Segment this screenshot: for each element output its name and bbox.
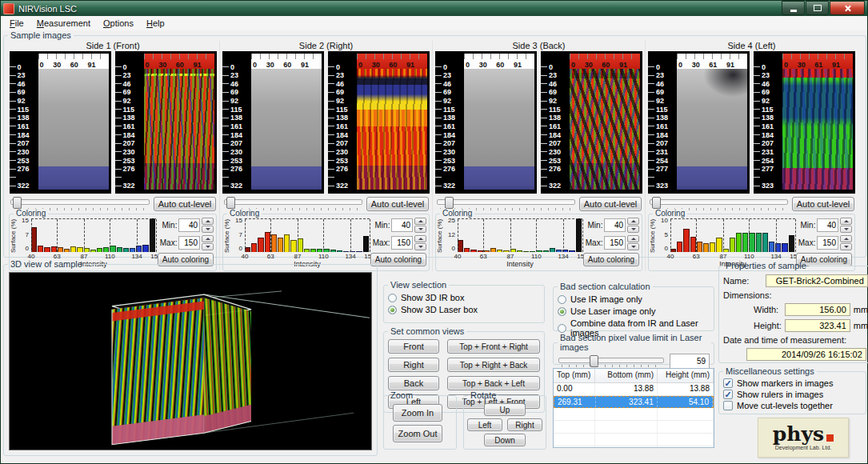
- slider-thumb[interactable]: [226, 197, 235, 209]
- ruler-label: 91: [406, 61, 414, 69]
- menu-file[interactable]: File: [3, 18, 30, 29]
- 3d-canvas[interactable]: [9, 272, 372, 450]
- max-intensity-1-down-button[interactable]: [202, 243, 214, 250]
- misc-checkbox-3[interactable]: Move cut-levels together: [723, 401, 862, 410]
- min-intensity-2-field[interactable]: 40: [391, 218, 413, 232]
- rotate-right-button[interactable]: Right: [507, 418, 542, 431]
- histogram-bar: [271, 234, 277, 252]
- menu-options[interactable]: Options: [97, 18, 140, 29]
- max-intensity-4-field[interactable]: 150: [817, 236, 838, 250]
- panel-title: Side 3 (Back): [434, 41, 643, 51]
- rotate-up-button[interactable]: Up: [484, 403, 526, 416]
- auto-cut-level-button-4[interactable]: Auto cut-level: [792, 197, 854, 211]
- rotate-down-button[interactable]: Down: [484, 434, 526, 446]
- slider-thumb[interactable]: [445, 197, 454, 209]
- misc-checkbox-2[interactable]: ✓Show rulers in images: [723, 390, 862, 399]
- ruler-tick: 0: [222, 63, 250, 70]
- ir-image-2[interactable]: [251, 69, 322, 190]
- max-intensity-1-field[interactable]: 150: [178, 236, 200, 250]
- table-empty-row[interactable]: [554, 446, 714, 448]
- zoom-in-button[interactable]: Zoom In: [393, 404, 442, 422]
- misc-checkbox-1[interactable]: ✓Show markers in images: [723, 378, 862, 388]
- date-field[interactable]: 2014/09/26 16:15:02: [746, 348, 866, 361]
- min-intensity-2-up-button[interactable]: [414, 218, 426, 225]
- auto-cut-level-button-2[interactable]: Auto cut-level: [366, 197, 429, 211]
- slider-thumb[interactable]: [13, 197, 22, 209]
- ir-image-3[interactable]: [464, 69, 534, 190]
- view-right-button[interactable]: Right: [388, 358, 439, 372]
- max-intensity-4-down-button[interactable]: [840, 243, 852, 250]
- ir-image-1[interactable]: [38, 69, 109, 190]
- name-field[interactable]: GET-Brick2-Combined: [766, 274, 868, 287]
- misc-settings-options: ✓Show markers in images✓Show rulers in i…: [722, 378, 863, 410]
- bad-limit-slider[interactable]: [558, 355, 665, 368]
- max-intensity-3-field[interactable]: 150: [604, 236, 626, 250]
- max-intensity-3-down-button[interactable]: [627, 243, 639, 250]
- max-intensity-1-up-button[interactable]: [202, 235, 214, 242]
- slider-thumb[interactable]: [652, 197, 661, 209]
- bad-section-table[interactable]: Top (mm)Bottom (mm)Height (mm)0.0013.881…: [553, 368, 714, 448]
- auto-cut-level-button-3[interactable]: Auto cut-level: [579, 197, 642, 211]
- max-intensity-3-up-button[interactable]: [627, 235, 639, 242]
- view-top-right-back-button[interactable]: Top + Right + Back: [447, 358, 540, 372]
- laser-image-3[interactable]: [570, 69, 640, 190]
- table-empty-row[interactable]: [554, 408, 714, 421]
- min-intensity-2-down-button[interactable]: [414, 226, 426, 233]
- table-empty-row[interactable]: [554, 421, 714, 434]
- max-intensity-2-field[interactable]: 150: [391, 236, 413, 250]
- close-button[interactable]: [830, 1, 865, 15]
- table-header-2[interactable]: Bottom (mm): [595, 369, 658, 382]
- bad-section-option-1[interactable]: Use IR image only: [558, 294, 710, 304]
- bad-limit-value[interactable]: 59: [670, 354, 710, 369]
- min-intensity-1-down-button[interactable]: [202, 226, 214, 233]
- view-selection-option-1[interactable]: Show 3D IR box: [388, 293, 540, 302]
- histogram-bar: [58, 247, 63, 252]
- min-intensity-3-up-button[interactable]: [627, 218, 639, 225]
- min-intensity-1-field[interactable]: 40: [178, 218, 200, 232]
- min-intensity-3-field[interactable]: 40: [604, 218, 626, 232]
- auto-coloring-button-2[interactable]: Auto coloring: [370, 253, 426, 266]
- menu-measurement[interactable]: Measurement: [30, 18, 97, 29]
- min-intensity-4-field[interactable]: 40: [817, 218, 838, 232]
- menu-help[interactable]: Help: [140, 18, 171, 29]
- minimize-button[interactable]: [782, 1, 805, 15]
- histogram-bar: [51, 246, 57, 252]
- maximize-button[interactable]: [806, 1, 829, 15]
- x-tick: 40: [454, 253, 462, 260]
- table-row[interactable]: 269.31323.4154.10: [554, 396, 714, 408]
- name-label: Name:: [723, 276, 749, 286]
- view-top-front-right-button[interactable]: Top + Front + Right: [447, 339, 540, 354]
- auto-coloring-button-3[interactable]: Auto coloring: [583, 253, 639, 266]
- max-intensity-2-up-button[interactable]: [414, 235, 426, 242]
- max-intensity-2-down-button[interactable]: [414, 243, 426, 250]
- zoom-out-button[interactable]: Zoom Out: [393, 425, 442, 442]
- rotate-left-button[interactable]: Left: [467, 418, 502, 431]
- height-field[interactable]: 323.41: [785, 319, 850, 332]
- table-header-3[interactable]: Height (mm): [658, 369, 714, 382]
- bad-section-option-2[interactable]: Use Laser image only: [558, 306, 710, 316]
- ruler-tick: 207: [115, 140, 143, 147]
- ruler-tick: 207: [754, 140, 782, 147]
- table-empty-row[interactable]: [554, 434, 714, 446]
- min-intensity-1-up-button[interactable]: [202, 218, 214, 225]
- view-top-back-left-button[interactable]: Top + Back + Left: [447, 376, 540, 390]
- laser-image-1[interactable]: [144, 69, 214, 190]
- view-front-button[interactable]: Front: [388, 339, 439, 354]
- ruler-tick: 323: [648, 182, 676, 190]
- view-selection-option-2[interactable]: Show 3D Laser box: [388, 305, 540, 314]
- table-row[interactable]: 0.0013.8813.88: [554, 383, 714, 396]
- histogram-bar: [569, 250, 574, 252]
- view-back-button[interactable]: Back: [388, 376, 439, 390]
- width-field[interactable]: 156.00: [785, 303, 850, 316]
- auto-cut-level-button-1[interactable]: Auto cut-level: [154, 197, 216, 211]
- ir-image-4[interactable]: [677, 69, 747, 190]
- min-intensity-4-up-button[interactable]: [840, 218, 852, 225]
- table-header-1[interactable]: Top (mm): [554, 369, 595, 382]
- min-intensity-4-down-button[interactable]: [840, 226, 852, 233]
- max-intensity-4-row: Max:150: [796, 235, 852, 250]
- laser-image-4[interactable]: [782, 69, 853, 190]
- laser-image-2[interactable]: [357, 69, 427, 190]
- max-intensity-4-up-button[interactable]: [840, 235, 852, 242]
- ruler-tick: 115: [328, 106, 356, 113]
- min-intensity-3-down-button[interactable]: [627, 226, 639, 233]
